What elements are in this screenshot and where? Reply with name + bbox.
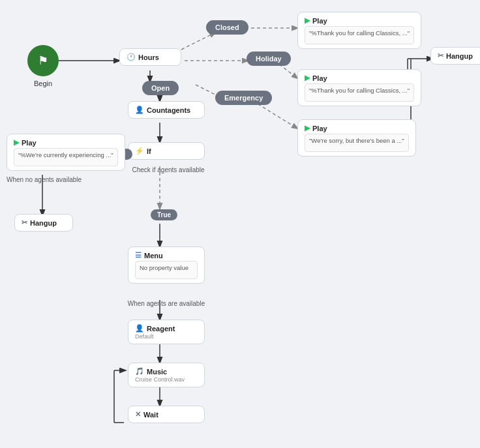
hours-node[interactable]: 🕐 Hours: [119, 48, 181, 66]
svg-line-1: [176, 33, 215, 52]
holiday-pill[interactable]: Holiday: [247, 52, 291, 66]
menu-node[interactable]: ☰ Menu No property value: [128, 246, 205, 284]
hangup2-icon: ✂: [22, 218, 27, 227]
true-pill[interactable]: True: [151, 209, 177, 220]
wait-node[interactable]: ✕ Wait: [128, 406, 205, 423]
reagent-icon: 👤: [135, 324, 144, 333]
closed-pill[interactable]: Closed: [206, 20, 248, 35]
wait-icon: ✕: [135, 410, 141, 419]
music-sub: Cruise Control.wav: [135, 376, 198, 383]
play2-node[interactable]: ▶ Play "%Thank you for calling Classics,…: [297, 69, 421, 106]
hangup2-node[interactable]: ✂ Hangup: [14, 214, 73, 231]
play4-node[interactable]: ▶ Play "%We're currently experiencing ..…: [7, 134, 125, 171]
play2-icon: ▶: [305, 74, 310, 82]
play1-node[interactable]: ▶ Play "%Thank you for calling Classics,…: [297, 12, 421, 49]
begin-node[interactable]: ⚑: [27, 45, 59, 76]
if-caption: Check if agents available: [126, 166, 211, 173]
music-icon: 🎵: [135, 367, 144, 376]
begin-label: Begin: [27, 80, 59, 87]
reagent-sub: Default: [135, 333, 198, 340]
countagents-icon: 👤: [135, 106, 144, 114]
music-node[interactable]: 🎵 Music Cruise Control.wav: [128, 363, 205, 387]
hangup1-icon: ✂: [438, 52, 443, 60]
play3-node[interactable]: ▶ Play "We're sorry, but there's been a …: [297, 119, 416, 157]
reagent-node[interactable]: 👤 Reagent Default: [128, 320, 205, 344]
hours-icon: 🕐: [127, 53, 136, 61]
if-icon: ⚡: [135, 147, 144, 155]
play1-icon: ▶: [305, 16, 310, 25]
menu-icon: ☰: [135, 251, 142, 260]
menu-caption: When agents are available: [124, 300, 209, 307]
flowchart-canvas: ⚑ Begin 🕐 Hours Closed Holiday Open Emer…: [0, 0, 480, 448]
play3-icon: ▶: [305, 124, 310, 132]
open-pill[interactable]: Open: [142, 81, 179, 95]
countagents-node[interactable]: 👤 Countagents: [128, 101, 205, 119]
emergency-pill[interactable]: Emergency: [215, 91, 272, 105]
play4-icon: ▶: [14, 138, 19, 147]
begin-icon: ⚑: [38, 53, 48, 68]
play4-caption: When no agents available: [3, 176, 85, 183]
hangup1-node[interactable]: ✂ Hangup: [430, 47, 480, 65]
if-node[interactable]: ⚡ If: [128, 142, 205, 160]
